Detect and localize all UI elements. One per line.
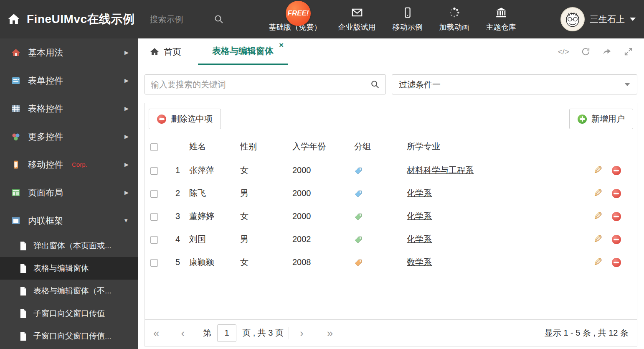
header-nav-item[interactable]: 移动示例: [393, 6, 423, 32]
delete-icon[interactable]: [612, 235, 621, 244]
close-icon[interactable]: ×: [279, 41, 284, 49]
sidebar-subitem[interactable]: 子窗口向父窗口传值...: [0, 325, 138, 347]
username: 三生石上: [590, 13, 625, 25]
sidebar-item-label: 表单控件: [28, 75, 63, 87]
keyword-search: [145, 74, 386, 94]
file-icon: [19, 331, 27, 341]
tag-icon: [354, 167, 363, 175]
sidebar-item-label: 页面布局: [28, 187, 63, 199]
share-icon[interactable]: [602, 47, 612, 56]
tab-active[interactable]: 表格与编辑窗体 ×: [198, 38, 288, 65]
mobile-icon: [401, 6, 414, 19]
cell-gender: 女: [240, 159, 292, 182]
delete-selected-button[interactable]: 删除选中项: [149, 109, 221, 129]
row-checkbox[interactable]: [150, 236, 158, 244]
tag-icon: [354, 236, 363, 244]
sidebar-subitem[interactable]: 弹出窗体（本页面或...: [0, 234, 138, 257]
layout-icon: [11, 188, 21, 198]
row-checkbox[interactable]: [150, 190, 158, 198]
free-badge: FREE!: [286, 1, 311, 26]
divider: [289, 327, 289, 339]
form-icon: [11, 76, 21, 86]
page-label: 第: [203, 327, 211, 339]
select-all-checkbox[interactable]: [150, 143, 158, 151]
edit-icon[interactable]: ✎: [593, 233, 603, 246]
nav-item-label: 加载动画: [439, 22, 469, 32]
expand-icon[interactable]: [624, 47, 633, 56]
tab-home[interactable]: 首页: [138, 38, 193, 65]
major-link[interactable]: 化学系: [407, 234, 432, 244]
page-number-input[interactable]: 1: [217, 324, 236, 342]
tag-icon: [354, 259, 363, 267]
col-name: 姓名: [189, 135, 240, 159]
edit-icon[interactable]: ✎: [593, 256, 603, 269]
search-icon[interactable]: [214, 14, 224, 24]
prev-page-button[interactable]: ‹: [181, 328, 185, 339]
row-checkbox[interactable]: [150, 259, 158, 267]
edit-icon[interactable]: ✎: [593, 164, 603, 177]
header-user[interactable]: 三生石上: [560, 7, 636, 31]
header-search-input[interactable]: [150, 15, 202, 24]
table-row: 1 张萍萍 女 2000 材料科学与工程系 ✎: [145, 159, 637, 182]
delete-icon[interactable]: [612, 166, 621, 175]
home-icon[interactable]: [7, 12, 21, 26]
tab-home-label: 首页: [164, 46, 181, 58]
delete-icon[interactable]: [612, 212, 621, 221]
major-link[interactable]: 材料科学与工程系: [407, 166, 474, 175]
sidebar-subitem-label: 表格与编辑窗体: [33, 263, 89, 274]
row-number: 5: [165, 251, 189, 274]
filter-dropdown[interactable]: 过滤条件一: [392, 74, 637, 94]
edit-icon[interactable]: ✎: [593, 187, 603, 200]
header-nav-item[interactable]: 加载动画: [439, 6, 469, 32]
sidebar-subitem[interactable]: 子窗口向父窗口传值: [0, 302, 138, 325]
sidebar-item[interactable]: 内联框架 ▼: [0, 206, 138, 234]
table-header-row: 姓名 性别 入学年份 分组 所学专业: [145, 135, 637, 159]
sidebar-item[interactable]: 移动控件 Corp. ▶: [0, 150, 138, 178]
nav-item-label: 企业版试用: [338, 22, 376, 32]
sidebar-item[interactable]: 表单控件 ▶: [0, 66, 138, 94]
sidebar-subitem[interactable]: 表格与编辑窗体: [0, 257, 138, 280]
major-link[interactable]: 化学系: [407, 211, 432, 221]
sidebar-item-label: 表格控件: [28, 103, 63, 115]
refresh-icon[interactable]: [581, 47, 591, 56]
file-icon: [19, 286, 27, 296]
filter-value: 过滤条件一: [399, 79, 441, 90]
code-icon[interactable]: </>: [558, 47, 569, 56]
page-total-label: 页 , 共 3 页: [242, 327, 284, 339]
sidebar-subitem[interactable]: 表格与编辑窗体（不...: [0, 280, 138, 302]
corp-badge: Corp.: [72, 161, 87, 168]
sidebar-subitem-label: 弹出窗体（本页面或...: [33, 240, 112, 251]
row-checkbox[interactable]: [150, 213, 158, 221]
table-row: 5 康颖颖 女 2008 数学系 ✎: [145, 251, 637, 274]
sidebar-item[interactable]: 页面布局 ▶: [0, 178, 138, 206]
keyword-input[interactable]: [151, 80, 370, 89]
house-icon: [11, 48, 21, 58]
sidebar-item[interactable]: 基本用法 ▶: [0, 38, 138, 66]
sidebar-item[interactable]: 表格控件 ▶: [0, 94, 138, 122]
cell-gender: 女: [240, 205, 292, 228]
delete-icon[interactable]: [612, 189, 621, 198]
row-number: 1: [165, 159, 189, 182]
sidebar-item[interactable]: 更多控件 ▶: [0, 122, 138, 150]
header-nav-item[interactable]: 主题仓库: [486, 6, 516, 32]
next-page-button[interactable]: ›: [300, 328, 304, 339]
col-year: 入学年份: [292, 135, 354, 159]
major-link[interactable]: 数学系: [407, 257, 432, 267]
table-row: 4 刘国 男 2002 化学系 ✎: [145, 228, 637, 251]
last-page-button[interactable]: »: [327, 328, 333, 339]
phone-icon: [11, 160, 21, 170]
file-icon: [19, 309, 27, 318]
app-title: FineUIMvc在线示例: [27, 11, 135, 27]
delete-icon[interactable]: [612, 258, 621, 267]
edit-icon[interactable]: ✎: [593, 210, 603, 223]
add-user-button[interactable]: 新增用户: [569, 109, 633, 129]
major-link[interactable]: 化学系: [407, 189, 432, 198]
add-user-label: 新增用户: [591, 113, 625, 125]
first-page-button[interactable]: «: [153, 328, 159, 339]
sidebar: 基本用法 ▶ 表单控件 ▶ 表格控件 ▶ 更多控件 ▶ 移动控件 Corp. ▶…: [0, 38, 138, 349]
search-icon[interactable]: [370, 80, 380, 89]
header-nav-item[interactable]: 企业版试用: [338, 6, 376, 32]
avatar[interactable]: [560, 7, 585, 31]
row-checkbox[interactable]: [150, 167, 158, 175]
bank-icon: [495, 6, 507, 19]
